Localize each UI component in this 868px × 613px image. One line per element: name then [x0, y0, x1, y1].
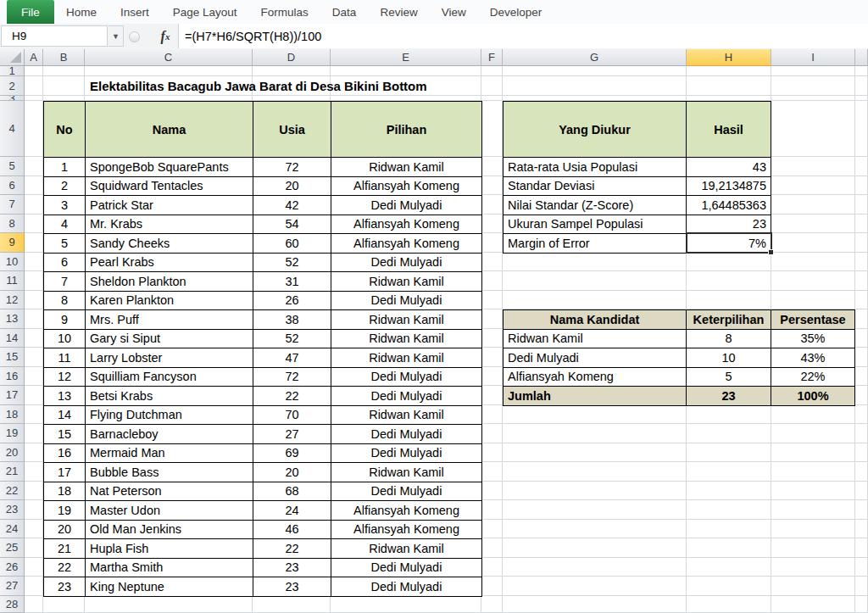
- survey-cell-usia[interactable]: 31: [253, 272, 331, 292]
- tab-home[interactable]: Home: [54, 0, 108, 24]
- survey-cell-nama[interactable]: Karen Plankton: [86, 292, 253, 311]
- tab-review[interactable]: Review: [368, 0, 429, 24]
- survey-cell-usia[interactable]: 69: [253, 444, 331, 464]
- survey-cell-nama[interactable]: King Neptune: [86, 577, 253, 597]
- row-header-22[interactable]: 22: [0, 482, 25, 501]
- candidate-name[interactable]: Ridwan Kamil: [504, 330, 687, 349]
- tab-page-layout[interactable]: Page Layout: [161, 0, 249, 24]
- column-header-partial[interactable]: [855, 49, 868, 66]
- survey-cell-pilihan[interactable]: Ridwan Kamil: [331, 310, 482, 330]
- survey-cell-usia[interactable]: 22: [253, 539, 331, 559]
- survey-cell-nama[interactable]: Mrs. Puff: [86, 310, 253, 330]
- survey-cell-nama[interactable]: Pearl Krabs: [86, 254, 253, 273]
- survey-cell-nama[interactable]: Bubble Bass: [86, 463, 253, 482]
- survey-cell-usia[interactable]: 23: [253, 559, 331, 578]
- row-header-27[interactable]: 27: [0, 577, 25, 596]
- column-header-h[interactable]: H: [687, 49, 771, 66]
- column-header-i[interactable]: I: [771, 49, 855, 66]
- stats-value[interactable]: 23: [687, 215, 771, 235]
- survey-cell-nama[interactable]: Barnacleboy: [86, 425, 253, 444]
- row-header-24[interactable]: 24: [0, 520, 25, 539]
- row-header-19[interactable]: 19: [0, 424, 25, 443]
- survey-cell-usia[interactable]: 52: [253, 254, 331, 273]
- column-header-a[interactable]: A: [25, 49, 43, 66]
- row-header-2[interactable]: 2: [0, 76, 25, 96]
- survey-cell-usia[interactable]: 52: [253, 330, 331, 349]
- survey-cell-no[interactable]: 12: [44, 368, 86, 387]
- stats-label[interactable]: Rata-rata Usia Populasi: [504, 158, 687, 177]
- survey-cell-usia[interactable]: 42: [253, 196, 331, 215]
- row-header-18[interactable]: 18: [0, 405, 25, 425]
- survey-cell-nama[interactable]: Squidward Tentacles: [86, 177, 253, 197]
- stats-value[interactable]: 43: [687, 158, 771, 177]
- tab-insert[interactable]: Insert: [108, 0, 161, 24]
- total-percent[interactable]: 100%: [771, 387, 855, 406]
- row-header-12[interactable]: 12: [0, 291, 25, 310]
- survey-cell-pilihan[interactable]: Dedi Mulyadi: [331, 387, 482, 406]
- survey-cell-no[interactable]: 20: [44, 521, 86, 540]
- tab-view[interactable]: View: [430, 0, 478, 24]
- candidate-percent[interactable]: 35%: [771, 330, 855, 349]
- survey-cell-usia[interactable]: 27: [253, 425, 331, 444]
- select-all-corner[interactable]: [0, 49, 25, 66]
- survey-cell-pilihan[interactable]: Ridwan Kamil: [331, 348, 482, 368]
- survey-cell-usia[interactable]: 60: [253, 234, 331, 254]
- survey-cell-no[interactable]: 23: [44, 577, 86, 597]
- survey-cell-no[interactable]: 5: [44, 234, 86, 254]
- survey-cell-usia[interactable]: 72: [253, 368, 331, 387]
- insert-function-icon[interactable]: fx: [155, 26, 175, 47]
- column-header-c[interactable]: C: [85, 49, 253, 66]
- survey-cell-pilihan[interactable]: Dedi Mulyadi: [331, 292, 482, 311]
- survey-cell-usia[interactable]: 38: [253, 310, 331, 330]
- survey-cell-nama[interactable]: Martha Smith: [86, 559, 253, 578]
- tab-data[interactable]: Data: [320, 0, 369, 24]
- survey-header-usia[interactable]: Usia: [253, 102, 331, 158]
- row-header-1[interactable]: 1: [0, 66, 25, 76]
- survey-cell-no[interactable]: 6: [44, 254, 86, 273]
- candidate-votes[interactable]: 5: [687, 368, 771, 387]
- survey-cell-no[interactable]: 7: [44, 272, 86, 292]
- survey-cell-pilihan[interactable]: Alfiansyah Komeng: [331, 501, 482, 521]
- survey-cell-no[interactable]: 17: [44, 463, 86, 482]
- survey-cell-pilihan[interactable]: Ridwan Kamil: [331, 158, 482, 177]
- survey-cell-pilihan[interactable]: Dedi Mulyadi: [331, 425, 482, 444]
- survey-cell-pilihan[interactable]: Dedi Mulyadi: [331, 482, 482, 502]
- survey-cell-nama[interactable]: Larry Lobster: [86, 348, 253, 368]
- candidate-votes[interactable]: 10: [687, 348, 771, 368]
- row-header-6[interactable]: 6: [0, 176, 25, 196]
- row-header-20[interactable]: 20: [0, 443, 25, 463]
- survey-cell-nama[interactable]: Squilliam Fancyson: [86, 368, 253, 387]
- stats-label[interactable]: Standar Deviasi: [504, 177, 687, 197]
- survey-cell-usia[interactable]: 72: [253, 158, 331, 177]
- stats-label[interactable]: Nilai Standar (Z-Score): [504, 196, 687, 215]
- survey-cell-pilihan[interactable]: Ridwan Kamil: [331, 330, 482, 349]
- stats-label[interactable]: Margin of Error: [504, 234, 687, 254]
- row-header-14[interactable]: 14: [0, 329, 25, 348]
- row-header-17[interactable]: 17: [0, 386, 25, 405]
- survey-cell-no[interactable]: 2: [44, 177, 86, 197]
- survey-cell-pilihan[interactable]: Dedi Mulyadi: [331, 254, 482, 273]
- row-header-26[interactable]: 26: [0, 558, 25, 577]
- total-label[interactable]: Jumlah: [504, 387, 687, 406]
- survey-cell-nama[interactable]: Betsi Krabs: [86, 387, 253, 406]
- survey-cell-nama[interactable]: Old Man Jenkins: [86, 521, 253, 540]
- survey-cell-usia[interactable]: 22: [253, 387, 331, 406]
- survey-cell-nama[interactable]: SpongeBob SquarePants: [86, 158, 253, 177]
- row-header-25[interactable]: 25: [0, 538, 25, 558]
- survey-cell-pilihan[interactable]: Alfiansyah Komeng: [331, 521, 482, 540]
- survey-cell-pilihan[interactable]: Dedi Mulyadi: [331, 196, 482, 215]
- column-header-b[interactable]: B: [43, 49, 85, 66]
- survey-cell-nama[interactable]: Flying Dutchman: [86, 406, 253, 426]
- survey-cell-no[interactable]: 21: [44, 539, 86, 559]
- survey-cell-usia[interactable]: 46: [253, 521, 331, 540]
- stats-value[interactable]: 1,64485363: [687, 196, 771, 215]
- survey-cell-pilihan[interactable]: Alfiansyah Komeng: [331, 177, 482, 197]
- candidate-name[interactable]: Dedi Mulyadi: [504, 348, 687, 368]
- formula-input[interactable]: =(H7*H6/SQRT(H8))/100: [178, 24, 868, 48]
- row-header-16[interactable]: 16: [0, 367, 25, 387]
- row-header-28[interactable]: 28: [0, 596, 25, 613]
- candidate-percent[interactable]: 43%: [771, 348, 855, 368]
- column-header-e[interactable]: E: [331, 49, 481, 66]
- survey-cell-no[interactable]: 8: [44, 292, 86, 311]
- survey-cell-nama[interactable]: Sandy Cheeks: [86, 234, 253, 254]
